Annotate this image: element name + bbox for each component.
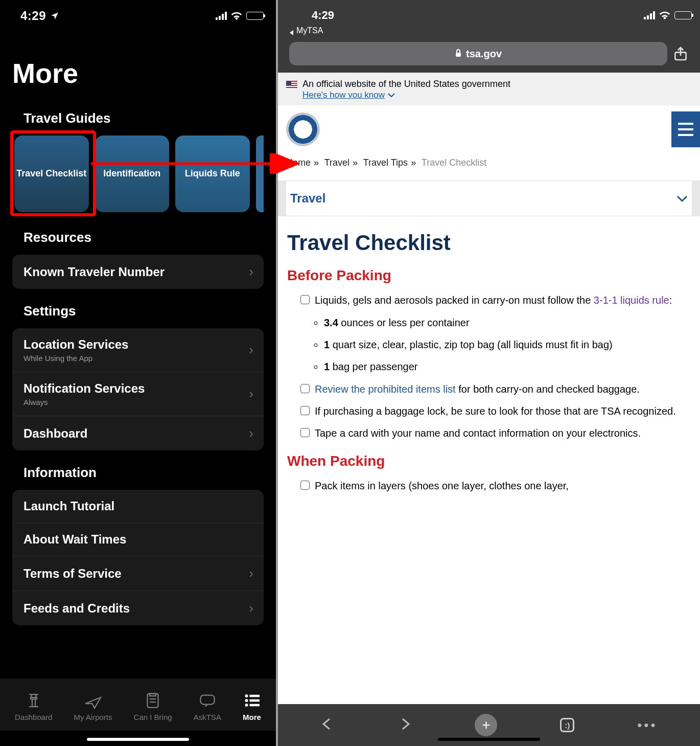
svg-point-3 — [245, 699, 248, 702]
checklist-item: Tape a card with your name and contact i… — [300, 426, 691, 441]
row-launch-tutorial[interactable]: Launch Tutorial — [12, 490, 264, 523]
chevron-right-icon: › — [249, 386, 253, 402]
address-text: tsa.gov — [466, 48, 502, 60]
checkbox-icon[interactable] — [300, 384, 310, 393]
information-group: Launch Tutorial About Wait Times Terms o… — [12, 490, 264, 625]
status-time: 4:29 — [312, 9, 334, 22]
tab-asktsa[interactable]: AskTSA — [194, 691, 221, 721]
item-text: for both carry-on and checked baggage. — [456, 383, 640, 395]
section-resources: Resources — [24, 230, 264, 245]
tab-label: My Airports — [74, 713, 112, 721]
heading-before-packing: Before Packing — [287, 267, 691, 284]
tab-bar: Dashboard My Airports Can I Bring — [0, 679, 276, 731]
list-item: 3.4 ounces or less per container — [324, 315, 691, 331]
back-button[interactable] — [320, 718, 335, 732]
tab-label: AskTSA — [194, 713, 221, 721]
row-label: Terms of Service — [24, 567, 249, 581]
location-arrow-icon — [50, 11, 59, 20]
right-phone: 4:29 MyTSA — [278, 0, 700, 746]
wifi-icon — [659, 11, 670, 20]
row-about-wait-times[interactable]: About Wait Times — [12, 523, 264, 556]
crumb-travel[interactable]: Travel — [324, 157, 349, 168]
svg-rect-6 — [249, 699, 260, 702]
checklist-item: If purchasing a baggage lock, be sure to… — [300, 404, 691, 419]
status-bar: 4:29 — [0, 0, 276, 32]
item-text: Tape a card with your name and contact i… — [315, 426, 641, 441]
home-indicator[interactable] — [87, 738, 189, 741]
checkbox-icon[interactable] — [300, 295, 310, 304]
row-label: Notification Services — [24, 381, 249, 396]
tab-label: Can I Bring — [134, 713, 172, 721]
dropdown-label: Travel — [290, 191, 325, 206]
item-text: Pack items in layers (shoes one layer, c… — [315, 479, 569, 493]
checklist-item: Review the prohibited items list for bot… — [300, 382, 691, 397]
page-content[interactable]: Travel Checklist Before Packing Liquids,… — [278, 216, 700, 704]
guide-card-identification[interactable]: Identification — [95, 135, 170, 212]
crumb-travel-tips[interactable]: Travel Tips — [363, 157, 408, 168]
tab-label: Dashboard — [15, 713, 52, 721]
site-header — [278, 105, 700, 153]
address-row: tsa.gov — [286, 37, 692, 73]
guide-card-travel-checklist[interactable]: Travel Checklist — [14, 135, 89, 212]
tab-dashboard[interactable]: Dashboard — [15, 691, 52, 721]
back-to-app[interactable]: MyTSA — [286, 25, 692, 37]
row-location-services[interactable]: Location Services While Using the App › — [12, 328, 264, 372]
guide-card-liquids-rule[interactable]: Liquids Rule — [175, 135, 250, 212]
row-feeds-and-credits[interactable]: Feeds and Credits › — [12, 591, 264, 625]
address-bar[interactable]: tsa.gov — [289, 42, 667, 65]
new-tab-button[interactable]: + — [475, 714, 497, 736]
checkbox-icon[interactable] — [300, 406, 310, 415]
forward-button[interactable] — [398, 718, 412, 732]
tab-more[interactable]: More — [243, 691, 261, 721]
row-label: About Wait Times — [24, 532, 253, 547]
hamburger-menu-button[interactable] — [671, 111, 700, 147]
resources-group: Known Traveler Number › — [12, 255, 264, 289]
svg-rect-9 — [456, 53, 461, 57]
guides-carousel[interactable]: Travel Checklist Identification Liquids … — [12, 135, 264, 212]
svg-rect-7 — [249, 704, 260, 706]
breadcrumb: Home» Travel» Travel Tips» Travel Checkl… — [278, 153, 700, 180]
travel-dropdown[interactable]: Travel — [286, 180, 692, 216]
link-311-liquids-rule[interactable]: 3-1-1 liquids rule — [594, 295, 669, 306]
lock-icon — [455, 48, 462, 60]
checkbox-icon[interactable] — [300, 428, 310, 437]
liquids-rules-list: 3.4 ounces or less per container 1 quart… — [287, 315, 691, 375]
more-button[interactable]: ••• — [637, 717, 657, 733]
gov-banner-how-link[interactable]: Here's how you know — [302, 90, 395, 100]
share-icon[interactable] — [672, 46, 689, 62]
page-title: More — [12, 57, 264, 89]
home-indicator[interactable] — [438, 738, 540, 741]
row-notification-services[interactable]: Notification Services Always › — [12, 372, 264, 416]
wifi-icon — [231, 11, 242, 20]
guide-card-peek[interactable] — [256, 135, 264, 212]
tabs-button[interactable]: :) — [560, 718, 574, 732]
svg-rect-5 — [249, 694, 260, 697]
gov-banner-text: An official website of the United States… — [302, 79, 510, 89]
status-bar: 4:29 — [286, 4, 692, 27]
row-known-traveler-number[interactable]: Known Traveler Number › — [12, 255, 264, 289]
safari-chrome-top: 4:29 MyTSA — [278, 0, 700, 73]
chevron-right-icon: › — [249, 342, 253, 358]
heading-when-packing: When Packing — [287, 453, 691, 469]
left-phone: 4:29 More Travel Guides Travel Checklis — [0, 0, 276, 746]
list-icon — [243, 691, 261, 710]
row-dashboard[interactable]: Dashboard › — [12, 416, 264, 450]
row-label: Launch Tutorial — [24, 499, 253, 513]
row-terms-of-service[interactable]: Terms of Service › — [12, 556, 264, 591]
settings-group: Location Services While Using the App › … — [12, 328, 264, 450]
section-information: Information — [24, 465, 264, 481]
item-text: If purchasing a baggage lock, be sure to… — [315, 404, 676, 419]
section-travel-guides: Travel Guides — [24, 110, 264, 126]
tab-my-airports[interactable]: My Airports — [74, 691, 112, 721]
battery-icon — [674, 11, 692, 19]
row-sub: Always — [24, 398, 249, 406]
crumb-home[interactable]: Home — [286, 157, 311, 168]
tsa-seal-icon[interactable] — [286, 112, 320, 146]
page-content[interactable]: More Travel Guides Travel Checklist Iden… — [0, 32, 276, 679]
checkbox-icon[interactable] — [300, 481, 310, 490]
tab-can-i-bring[interactable]: Can I Bring — [134, 691, 172, 721]
row-label: Dashboard — [24, 426, 249, 441]
link-prohibited-items[interactable]: Review the prohibited items list — [315, 383, 456, 395]
clipboard-icon — [144, 691, 162, 710]
item-text: Liquids, gels and aerosols packed in car… — [315, 295, 594, 306]
